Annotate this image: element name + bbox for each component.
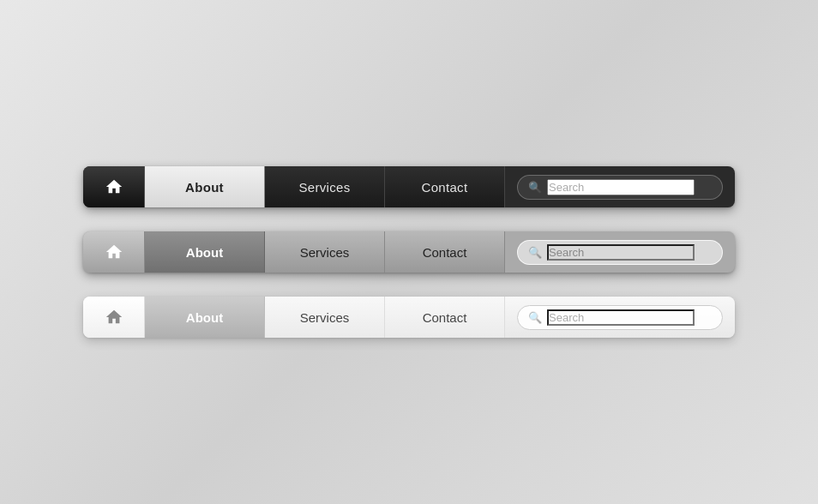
search-area-dark: 🔍 bbox=[505, 166, 735, 207]
contact-button-light[interactable]: Contact bbox=[385, 297, 505, 338]
home-button-medium[interactable] bbox=[83, 231, 145, 273]
search-box-dark[interactable]: 🔍 bbox=[517, 175, 723, 200]
search-icon-medium: 🔍 bbox=[528, 246, 542, 259]
navbar-medium: About Services Contact 🔍 bbox=[83, 231, 735, 273]
home-icon-light bbox=[105, 308, 123, 327]
services-button-medium[interactable]: Services bbox=[265, 231, 385, 273]
services-button-light[interactable]: Services bbox=[265, 297, 385, 338]
search-icon-dark: 🔍 bbox=[528, 181, 542, 194]
search-box-light[interactable]: 🔍 bbox=[517, 305, 723, 330]
about-button-dark[interactable]: About bbox=[145, 166, 265, 207]
navbar-light: About Services Contact 🔍 bbox=[83, 297, 735, 338]
home-button-dark[interactable] bbox=[83, 166, 145, 207]
about-button-light[interactable]: About bbox=[145, 297, 265, 338]
contact-button-dark[interactable]: Contact bbox=[385, 166, 505, 207]
search-area-medium: 🔍 bbox=[505, 231, 735, 273]
services-button-dark[interactable]: Services bbox=[265, 166, 385, 207]
search-input-dark[interactable] bbox=[547, 179, 695, 195]
search-input-light[interactable] bbox=[547, 309, 695, 326]
search-input-medium[interactable] bbox=[547, 244, 695, 261]
home-icon-dark bbox=[105, 177, 123, 196]
contact-button-medium[interactable]: Contact bbox=[385, 231, 505, 273]
home-icon-medium bbox=[105, 243, 123, 261]
about-button-medium[interactable]: About bbox=[145, 231, 265, 273]
search-area-light: 🔍 bbox=[505, 297, 735, 338]
search-box-medium[interactable]: 🔍 bbox=[517, 240, 723, 265]
search-icon-light: 🔍 bbox=[528, 311, 542, 324]
navbar-dark: About Services Contact 🔍 bbox=[83, 166, 735, 207]
home-button-light[interactable] bbox=[83, 297, 145, 338]
